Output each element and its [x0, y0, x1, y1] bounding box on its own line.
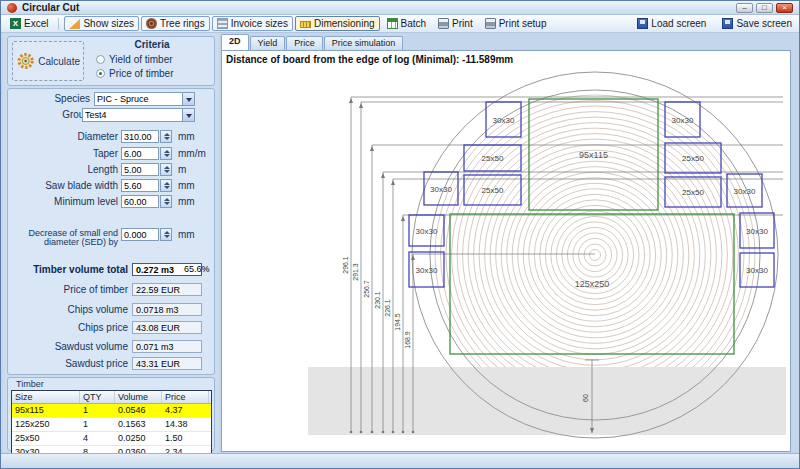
radio-option-0[interactable]: Yield of timber	[96, 52, 173, 66]
radio-icon[interactable]	[96, 69, 105, 78]
radio-label: Price of timber	[109, 68, 173, 79]
dimension-end-dot	[392, 431, 395, 434]
window-controls: – □ ×	[736, 3, 793, 13]
dimension-end-dot	[350, 431, 353, 434]
save-screen-icon	[722, 18, 733, 29]
table-cell: 14.38	[162, 418, 209, 431]
toolbar-button-tree-rings[interactable]: Tree rings	[141, 16, 210, 31]
table-row[interactable]: 125x25010.156314.38	[12, 418, 211, 432]
table-cell: 1	[80, 404, 115, 417]
table-cell: 0.1563	[115, 418, 162, 431]
minimize-button[interactable]: –	[736, 3, 753, 13]
board-label: 30x30	[430, 185, 452, 194]
print-setup-icon	[485, 18, 496, 29]
toolbar-button-dimensioning[interactable]: Dimensioning	[295, 16, 380, 31]
field-unit: mm	[178, 131, 195, 142]
total-label: Sawdust volume	[10, 341, 128, 352]
toolbar-button-load-screen[interactable]: Load screen	[632, 16, 711, 31]
saw-blade-icon	[16, 50, 35, 72]
toolbar-button-excel[interactable]: Excel	[5, 16, 53, 31]
table-header-cell[interactable]: Size	[12, 391, 80, 403]
close-button[interactable]: ×	[776, 3, 793, 13]
table-cell: 1	[80, 418, 115, 431]
table-cell: 0.0546	[115, 404, 162, 417]
spinner-icon[interactable]	[160, 163, 172, 176]
spinner-icon[interactable]	[160, 195, 172, 208]
toolbar-button-print-setup[interactable]: Print setup	[480, 16, 552, 31]
toolbar-right: Load screenSave screen	[632, 16, 797, 31]
tab-price[interactable]: Price	[286, 36, 323, 50]
spinner-icon[interactable]	[160, 228, 172, 241]
dimension-arrow-icon	[391, 180, 395, 185]
field-input[interactable]	[121, 163, 159, 176]
minimum-level-band	[308, 367, 786, 435]
field-input[interactable]	[121, 130, 159, 143]
toolbar-button-show-sizes[interactable]: Show sizes	[64, 16, 139, 31]
field-input[interactable]	[121, 195, 159, 208]
tab-price-simulation[interactable]: Price simulation	[324, 36, 404, 50]
radio-option-1[interactable]: Price of timber	[96, 66, 173, 80]
chevron-down-icon[interactable]	[182, 93, 194, 105]
board-label: 125x250	[575, 279, 610, 289]
table-header-row: SizeQTYVolumePrice	[12, 391, 211, 404]
dimension-label: 168.9	[404, 331, 411, 349]
species-select[interactable]: PIC - Spruce	[94, 92, 195, 106]
field-input[interactable]	[121, 179, 159, 192]
table-row[interactable]: 25x5040.02501.50	[12, 432, 211, 446]
table-cell: 125x250	[12, 418, 80, 431]
app-icon	[7, 3, 17, 13]
toolbar-label: Show sizes	[83, 18, 134, 29]
timber-table: SizeQTYVolumePrice95x11510.05464.37125x2…	[11, 390, 212, 461]
spinner-icon[interactable]	[160, 179, 172, 192]
field-row: Diametermm	[8, 130, 214, 144]
total-label: Chips price	[10, 322, 128, 333]
toolbar-label: Batch	[401, 18, 427, 29]
toolbar-button-batch[interactable]: Batch	[382, 16, 432, 31]
dimension-arrow-icon	[359, 103, 363, 108]
spinner-icon[interactable]	[160, 147, 172, 160]
radio-icon[interactable]	[96, 55, 105, 64]
criteria-radio-group: Yield of timberPrice of timber	[96, 52, 173, 80]
tab-yield[interactable]: Yield	[250, 36, 286, 50]
calculate-button[interactable]: Calculate	[12, 41, 84, 81]
table-row[interactable]: 95x11510.05464.37	[12, 404, 211, 418]
toolbar-label: Excel	[24, 18, 48, 29]
field-input[interactable]	[121, 228, 159, 241]
group-select[interactable]: Test4	[82, 108, 195, 122]
total-row: Sawdust volume0.071 m3	[8, 340, 214, 354]
parameter-fields: DiametermmTapermm/mLengthmSaw blade widt…	[8, 130, 214, 242]
sidebar: Calculate Criteria Yield of timberPrice …	[3, 33, 219, 453]
titlebar: Circular Cut – □ ×	[1, 1, 800, 15]
toolbar-button-save-screen[interactable]: Save screen	[717, 16, 797, 31]
spinner-icon[interactable]	[160, 130, 172, 143]
board-label: 25x50	[682, 188, 704, 197]
toolbar-button-print[interactable]: Print	[433, 16, 478, 31]
maximize-button[interactable]: □	[756, 3, 773, 13]
field-row: Decrease of small end diameter (SED) bym…	[8, 228, 214, 242]
total-value: 0.071 m3	[132, 340, 202, 353]
radio-label: Yield of timber	[109, 54, 173, 65]
table-header-cell[interactable]: Volume	[115, 391, 162, 403]
table-header-cell[interactable]: QTY	[80, 391, 115, 403]
invoice-sizes-icon	[217, 18, 228, 29]
toolbar-label: Tree rings	[160, 18, 205, 29]
app-window: Circular Cut – □ × ExcelShow sizesTree r…	[0, 0, 800, 469]
calculate-label: Calculate	[38, 56, 80, 67]
table-header-cell[interactable]: Price	[162, 391, 209, 403]
board-label: 30x30	[672, 116, 694, 125]
field-row: Lengthm	[8, 163, 214, 177]
chevron-down-icon[interactable]	[182, 109, 194, 121]
field-row: Minimum levelmm	[8, 195, 214, 209]
field-unit: m	[178, 164, 186, 175]
log-cross-section-drawing: 296.1291.3256.7230.1226.1194.5168.96095x…	[223, 68, 789, 452]
bottom-dimension-label: 60	[582, 394, 589, 402]
dimension-arrow-icon	[401, 216, 405, 221]
tab-2d[interactable]: 2D	[221, 34, 249, 50]
field-input[interactable]	[121, 147, 159, 160]
dimension-label: 256.7	[363, 280, 370, 298]
toolbar-button-invoice-sizes[interactable]: Invoice sizes	[212, 16, 293, 31]
total-row: Chips volume0.0718 m3	[8, 303, 214, 317]
timber-title: Timber	[16, 379, 44, 389]
toolbar-label: Invoice sizes	[231, 18, 288, 29]
tree-rings-icon	[146, 18, 157, 29]
